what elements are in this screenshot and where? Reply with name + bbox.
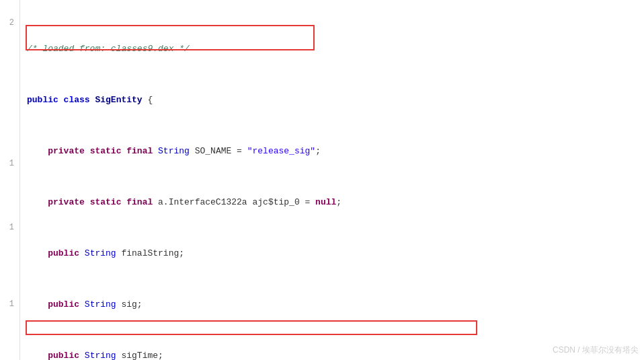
code-line-7: public String sigTime; [27,349,637,360]
code-token [90,94,95,106]
code-token: private static final [48,145,153,157]
code-token: { [143,94,153,106]
line-num-22 [3,273,17,285]
code-line-5: public String finalString; [27,247,637,260]
code-token: String [158,145,190,157]
line-num-8 [3,94,17,106]
code-token: private static final [48,196,153,209]
code-line-4: private static final a.InterfaceC1322a a… [27,196,637,209]
code-token [79,349,85,360]
code-token: "release_sig" [247,145,315,157]
line-num-12 [3,145,17,157]
line-num-18: 1 [3,221,17,234]
code-token: sig; [116,298,143,311]
line-num-25 [3,311,17,324]
code-token: public class [27,94,90,106]
line-numbers: 2 1 1 1 [0,0,20,360]
line-num-14 [3,170,17,183]
csdn-watermark: CSDN / 埃菲尔没有塔尖 [553,345,639,356]
code-token: sigTime; [116,349,163,360]
line-num-23 [3,285,17,298]
code-token [153,145,158,157]
code-token [27,298,48,311]
code-token: String [85,298,116,311]
code-token: SO_NAME = [190,145,247,157]
line-num-6 [3,68,17,81]
line-num-28 [3,349,17,360]
code-token: public [48,247,79,260]
line-num-19 [3,234,17,247]
line-num-24: 1 [3,298,17,311]
code-token: public [48,349,79,360]
line-num-3 [3,30,17,42]
line-num-26 [3,324,17,336]
code-line-2: public class SigEntity { [27,94,637,106]
code-token: finalString; [116,247,184,260]
line-num-15 [3,183,17,196]
line-num-11 [3,132,17,145]
line-num-7 [3,81,17,94]
code-container: 2 1 1 1 [0,0,644,360]
code-line-1: /* loaded from: classes9.dex */ [27,42,637,55]
line-num-10 [3,119,17,132]
code-content: /* loaded from: classes9.dex */ public c… [20,0,644,360]
code-token [79,298,85,311]
code-token: SigEntity [95,94,142,106]
code-token: String [85,247,116,260]
line-num-21 [3,260,17,273]
line-num-1 [3,4,17,17]
code-token: ; [336,196,341,209]
line-num-9 [3,106,17,119]
code-token [27,196,48,209]
code-token: a.InterfaceC1322a ajc$tip_0 = [153,196,315,209]
line-num-13: 1 [3,157,17,170]
code-token [27,145,48,157]
line-num-16 [3,196,17,209]
code-token: null [315,196,336,209]
code-token [79,247,85,260]
code-line-6: public String sig; [27,298,637,311]
code-token: public [48,298,79,311]
line-num-20 [3,247,17,260]
code-token: ; [315,145,321,157]
code-token: /* loaded from: classes9.dex */ [27,42,190,55]
line-num-5 [3,55,17,68]
line-num-4 [3,42,17,55]
code-token: String [85,349,116,360]
line-num-17 [3,209,17,221]
line-num-27 [3,336,17,349]
line-num-2: 2 [3,17,17,30]
code-line-3: private static final String SO_NAME = "r… [27,145,637,157]
code-token [27,247,48,260]
code-area: 2 1 1 1 [0,0,644,360]
code-token [27,349,48,360]
